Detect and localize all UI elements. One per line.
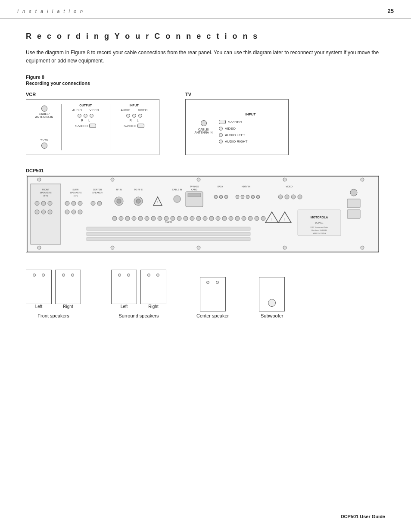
svg-point-38 <box>174 196 181 202</box>
in-l: L <box>137 119 139 122</box>
speakers-row: Left Right Front speakers <box>26 270 385 318</box>
svg-point-102 <box>283 246 286 249</box>
surr-dot-r2 <box>156 274 159 277</box>
tv-section: TV CABLE/ANTENNA IN INPUT S-VIDEO <box>185 92 289 155</box>
dcp-diagram: FRONT SPEAKERS (FR) SURR. SPEAKERS (SR) <box>26 175 379 252</box>
input-connectors <box>126 114 142 118</box>
front-right-box <box>55 270 81 304</box>
svg-point-78 <box>235 216 240 221</box>
speaker-dot-l1 <box>33 274 36 277</box>
front-left-label: Left <box>35 304 43 309</box>
subwoofer-box <box>259 277 285 311</box>
svg-point-10 <box>35 201 39 205</box>
tv-right-panel: INPUT S-VIDEO VIDEO AUDIO LEFT <box>219 104 282 150</box>
svg-text:CARD: CARD <box>191 188 198 191</box>
front-right-label: Right <box>63 304 73 309</box>
page-header: I n s t a l l a t i o n 25 <box>0 0 411 19</box>
svg-rect-98 <box>87 237 250 241</box>
svg-point-66 <box>158 216 162 221</box>
tv-audio-left-label: AUDIO LEFT <box>225 133 245 137</box>
svg-point-69 <box>177 216 181 221</box>
dcp-label: DCP501 <box>26 168 385 173</box>
svg-point-99 <box>37 246 41 249</box>
svg-point-2 <box>111 178 114 181</box>
svg-point-19 <box>65 201 69 205</box>
svg-point-65 <box>151 216 156 221</box>
out-svideo-label: S-VIDEO <box>75 124 88 128</box>
svg-point-52 <box>256 195 260 199</box>
svg-point-28 <box>97 201 102 205</box>
svg-text:Horsham, PA 19044: Horsham, PA 19044 <box>311 229 327 231</box>
speaker-dot-l2 <box>42 274 45 277</box>
center-speaker <box>200 277 226 311</box>
section-title: R e c o r d i n g Y o u r C o n n e c t … <box>26 32 385 41</box>
svg-point-1 <box>37 178 41 181</box>
svg-text:SURR.: SURR. <box>72 188 79 191</box>
surround-right-speaker: Right <box>140 270 166 310</box>
svg-point-12 <box>48 201 52 205</box>
header-title: I n s t a l l a t i o n <box>17 9 84 14</box>
svg-point-45 <box>219 195 223 199</box>
svg-text:RF IN: RF IN <box>116 188 121 191</box>
svg-text:!: ! <box>284 218 285 221</box>
diagrams-row: VCR CABLE/ ANTENNA IN To TV <box>26 92 385 155</box>
svg-point-64 <box>145 216 149 221</box>
center-dot-1 <box>206 281 209 284</box>
vcr-left-panel: CABLE/ ANTENNA IN To TV <box>32 104 56 150</box>
svg-rect-94 <box>347 199 360 208</box>
output-rl-labels: R L <box>81 119 90 122</box>
tv-diagram: CABLE/ANTENNA IN INPUT S-VIDEO VIDEO <box>185 99 289 155</box>
center-speaker-group: Center speaker <box>196 277 229 318</box>
svg-point-67 <box>164 216 168 221</box>
svg-text:MOTOROLA: MOTOROLA <box>311 216 328 219</box>
subwoofer-label: Subwoofer <box>261 313 283 318</box>
vcr-diagram: CABLE/ ANTENNA IN To TV OUTPUT AUDIO <box>26 99 159 155</box>
center-speaker-label: Center speaker <box>196 313 229 318</box>
svg-point-80 <box>248 216 252 221</box>
svg-point-21 <box>78 201 82 205</box>
to-tv-icon <box>41 143 47 149</box>
surr-dot-l2 <box>127 274 130 277</box>
front-speaker-pair: Left Right <box>26 270 81 310</box>
output-connectors <box>78 114 93 118</box>
svg-point-77 <box>229 216 233 221</box>
front-speaker-group: Left Right Front speakers <box>26 270 81 318</box>
vcr-label: VCR <box>26 92 159 97</box>
svg-point-49 <box>241 195 244 199</box>
vcr-input-group: INPUT AUDIO VIDEO R <box>115 104 153 150</box>
surround-right-box <box>140 270 166 304</box>
in-svideo-label: S-VIDEO <box>124 124 136 128</box>
front-left-speaker: Left <box>26 270 52 310</box>
dcp-svg: FRONT SPEAKERS (FR) SURR. SPEAKERS (SR) <box>26 175 379 252</box>
tv-input-title: INPUT <box>219 112 282 116</box>
cable-antenna-label: CABLE/ ANTENNA IN <box>32 112 56 118</box>
svg-point-23 <box>72 210 76 214</box>
svg-text:FRONT: FRONT <box>42 188 49 191</box>
subwoofer-dot <box>268 299 276 307</box>
svg-point-51 <box>251 195 255 199</box>
output-audio: AUDIO <box>72 109 82 112</box>
svg-point-27 <box>91 201 95 205</box>
svg-point-76 <box>222 216 227 221</box>
svg-point-68 <box>171 216 175 221</box>
front-speaker-label: Front speakers <box>37 313 69 318</box>
speaker-dot-r1 <box>62 274 65 277</box>
cable-antenna-icon <box>41 106 47 112</box>
surround-speaker-pair: Left Right <box>111 270 166 310</box>
svg-point-59 <box>112 216 117 221</box>
svg-point-73 <box>203 216 207 221</box>
figure-caption: Recording your connections <box>26 81 385 86</box>
svg-point-81 <box>255 216 259 221</box>
center-dot-2 <box>216 281 219 284</box>
svg-point-22 <box>65 210 69 214</box>
dcp-section: DCP501 FRONT SPEAKERS (FR) <box>26 168 385 252</box>
svg-text:DATA: DATA <box>218 185 223 188</box>
svg-point-63 <box>138 216 143 221</box>
tv-cable-icon <box>201 120 207 126</box>
tv-video-row: VIDEO <box>219 127 282 131</box>
svg-point-82 <box>261 216 265 221</box>
svg-point-70 <box>184 216 188 221</box>
tv-video-conn <box>219 127 223 131</box>
svg-point-71 <box>190 216 194 221</box>
speaker-dot-r2 <box>71 274 74 277</box>
